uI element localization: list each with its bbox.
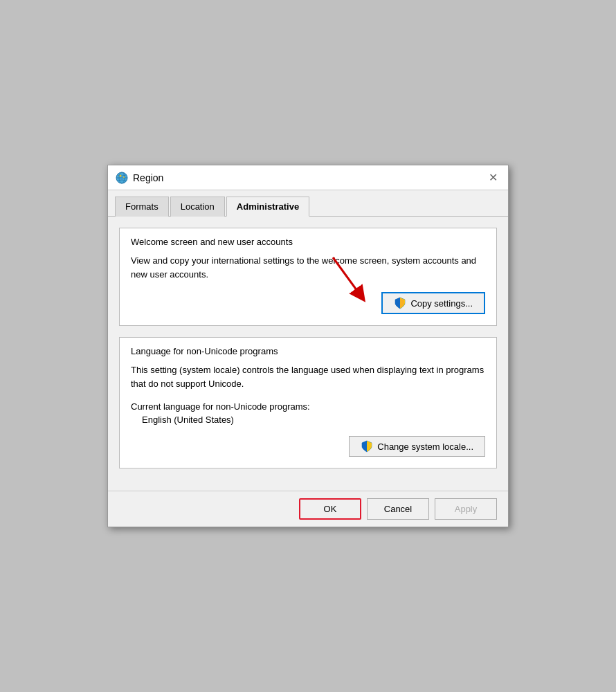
close-button[interactable]: ✕ (484, 170, 501, 186)
title-bar: Region ✕ (108, 165, 508, 190)
unicode-section: Language for non-Unicode programs This s… (119, 337, 497, 468)
unicode-desc: This setting (system locale) controls th… (131, 363, 485, 390)
cancel-button[interactable]: Cancel (367, 498, 429, 520)
tab-bar: Formats Location Administrative (108, 190, 508, 217)
welcome-screen-title: Welcome screen and new user accounts (131, 237, 485, 247)
copy-settings-button[interactable]: Copy settings... (381, 292, 485, 314)
dialog-title: Region (133, 172, 163, 183)
change-locale-label: Change system locale... (377, 441, 473, 452)
tab-content: Welcome screen and new user accounts Vie… (108, 217, 508, 491)
current-locale-value: English (United States) (142, 415, 485, 425)
welcome-screen-desc: View and copy your international setting… (131, 254, 485, 281)
change-locale-row: Change system locale... (131, 436, 485, 457)
current-locale-label: Current language for non-Unicode program… (131, 401, 485, 412)
tab-administrative[interactable]: Administrative (226, 197, 309, 217)
svg-point-3 (120, 174, 122, 176)
tab-location[interactable]: Location (170, 197, 225, 217)
ok-button[interactable]: OK (299, 498, 361, 520)
unicode-title: Language for non-Unicode programs (131, 346, 485, 356)
bottom-bar: OK Cancel Apply (108, 491, 508, 527)
copy-settings-label: Copy settings... (410, 298, 473, 309)
tab-formats[interactable]: Formats (115, 197, 169, 217)
region-dialog: Region ✕ Formats Location Administrative… (107, 165, 509, 527)
title-bar-left: Region (115, 171, 163, 185)
shield-icon (394, 297, 406, 309)
svg-point-4 (123, 176, 125, 178)
apply-button[interactable]: Apply (435, 498, 497, 520)
copy-settings-row: Copy settings... (131, 292, 485, 314)
welcome-screen-section: Welcome screen and new user accounts Vie… (119, 228, 497, 326)
shield-icon-2 (361, 440, 373, 453)
change-system-locale-button[interactable]: Change system locale... (349, 436, 485, 457)
globe-icon (115, 171, 129, 185)
